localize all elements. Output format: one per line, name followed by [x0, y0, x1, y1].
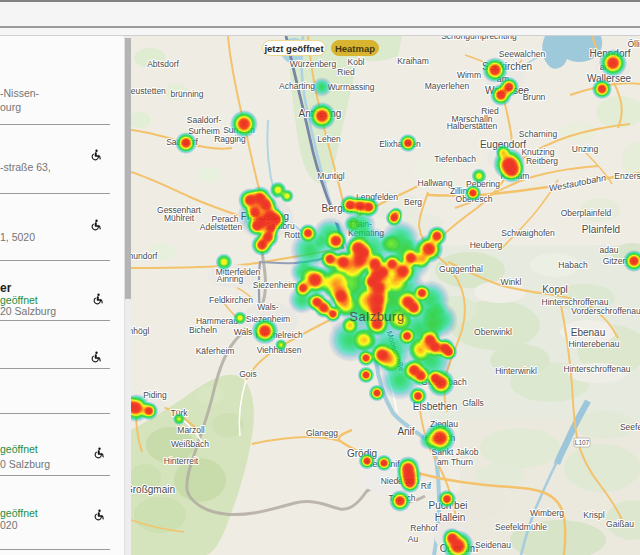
svg-text:Wurmassing: Wurmassing	[327, 82, 374, 92]
svg-text:Habach: Habach	[558, 260, 588, 270]
svg-text:Saaldorf-: Saaldorf-	[187, 115, 222, 125]
svg-text:Öllin: Öllin	[627, 39, 640, 49]
svg-text:Siezenheim: Siezenheim	[253, 280, 297, 290]
svg-text:Vorderschroffenau: Vorderschroffenau	[571, 306, 640, 316]
svg-text:Kobl: Kobl	[347, 57, 364, 67]
svg-text:Hinterwinkl: Hinterwinkl	[495, 366, 537, 376]
svg-text:Seidenau: Seidenau	[475, 540, 511, 550]
svg-text:Enzersberg: Enzersberg	[614, 171, 640, 181]
svg-text:Muntigl: Muntigl	[317, 171, 345, 181]
svg-text:Oberplainfeld: Oberplainfeld	[561, 208, 612, 218]
svg-text:am Thurn: am Thurn	[437, 457, 473, 467]
svg-text:Abtsdorf: Abtsdorf	[147, 59, 179, 69]
svg-text:Seefeldmühle: Seefeldmühle	[495, 522, 547, 532]
svg-text:Rif: Rif	[421, 481, 432, 491]
svg-text:Glanegg: Glanegg	[306, 428, 338, 438]
svg-text:Weißbach: Weißbach	[171, 439, 209, 449]
svg-text:brünning: brünning	[170, 89, 203, 99]
svg-text:Tiefenbach: Tiefenbach	[434, 154, 476, 164]
svg-text:Kraiham: Kraiham	[397, 56, 429, 66]
svg-text:Wals-: Wals-	[257, 302, 279, 312]
svg-text:Marzoll: Marzoll	[177, 425, 205, 435]
svg-text:Salzburg: Salzburg	[349, 309, 404, 324]
svg-text:Brunn: Brunn	[523, 92, 546, 102]
svg-text:Guggenthal: Guggenthal	[439, 264, 483, 274]
svg-text:Koppl: Koppl	[542, 284, 568, 295]
svg-text:Acharting: Acharting	[279, 81, 315, 91]
svg-text:Seewalchen: Seewalchen	[499, 49, 546, 59]
svg-text:Mühlreit: Mühlreit	[164, 213, 195, 223]
svg-text:Ried: Ried	[337, 67, 355, 77]
svg-text:Scharning: Scharning	[519, 129, 558, 139]
svg-text:Bicheln: Bicheln	[189, 325, 217, 335]
svg-text:Hinterschroffenau: Hinterschroffenau	[564, 364, 631, 374]
svg-text:Käferheim: Käferheim	[196, 346, 235, 356]
svg-text:Schöngumprechting: Schöngumprechting	[441, 36, 517, 41]
svg-text:Reitberg: Reitberg	[526, 156, 558, 166]
svg-text:Au: Au	[408, 534, 419, 544]
svg-text:L107: L107	[575, 439, 590, 446]
svg-text:Ainring: Ainring	[217, 274, 244, 284]
svg-text:Wimm: Wimm	[457, 70, 481, 80]
svg-text:Winkl: Winkl	[501, 277, 522, 287]
svg-text:Krispl: Krispl	[583, 510, 604, 520]
svg-text:Würzenberg: Würzenberg	[290, 59, 337, 69]
svg-text:Gois: Gois	[239, 369, 256, 379]
svg-text:Ebenau: Ebenau	[571, 327, 605, 338]
svg-text:Großgmain: Großgmain	[131, 484, 175, 495]
svg-text:hundorf: hundorf	[131, 251, 158, 261]
svg-text:Gfalls: Gfalls	[462, 398, 484, 408]
svg-text:Plainfeld: Plainfeld	[582, 224, 620, 235]
svg-text:Wals: Wals	[234, 327, 253, 337]
svg-text:Feldkirchen: Feldkirchen	[209, 295, 253, 305]
svg-text:Gaißau: Gaißau	[606, 519, 634, 529]
svg-text:Mayerlehen: Mayerlehen	[425, 81, 470, 91]
svg-text:Wimberg: Wimberg	[530, 508, 564, 518]
svg-text:Hinterebenau: Hinterebenau	[568, 339, 619, 349]
svg-text:Seefel: Seefel	[620, 422, 640, 432]
svg-text:Berg: Berg	[404, 197, 422, 207]
svg-text:Oberwinkl: Oberwinkl	[474, 327, 512, 337]
svg-text:Anif: Anif	[397, 426, 414, 437]
svg-text:Hinterreit: Hinterreit	[164, 456, 199, 466]
svg-text:Hallein: Hallein	[435, 512, 466, 523]
svg-text:Heuberg: Heuberg	[470, 240, 503, 250]
svg-text:Halberstätten: Halberstätten	[447, 121, 498, 131]
svg-text:Rehhof: Rehhof	[410, 523, 438, 533]
svg-text:Schwaighofen: Schwaighofen	[501, 228, 555, 238]
svg-text:Leustetten: Leustetten	[131, 86, 166, 96]
svg-text:Lehen: Lehen	[317, 134, 341, 144]
svg-text:Hallwang: Hallwang	[418, 178, 453, 188]
svg-text:inhögl: inhögl	[131, 326, 149, 336]
svg-text:Adelstetten: Adelstetten	[200, 222, 243, 232]
svg-text:Piding: Piding	[143, 390, 167, 400]
svg-text:Unzing: Unzing	[572, 144, 599, 154]
svg-text:adau: adau	[600, 245, 619, 255]
